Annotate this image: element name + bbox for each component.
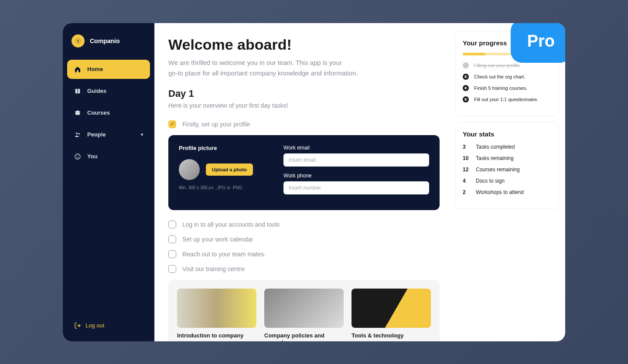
task-row: Visit our training centre (168, 265, 440, 273)
nav-label: Guides (87, 88, 106, 94)
app-window: Companio Home Guides Courses People ▾ (63, 23, 565, 341)
phone-label: Work phone (283, 173, 429, 179)
phone-field[interactable] (283, 181, 429, 194)
nav-label: People (87, 131, 106, 138)
task-label: Firstly, set up your profile (182, 121, 250, 128)
stat-row: 3 Tasks completed (463, 144, 552, 150)
nav-label: Courses (87, 109, 110, 116)
course-card[interactable]: Introduction to company (177, 289, 256, 341)
face-icon (74, 153, 81, 160)
stats-title: Your stats (463, 130, 552, 138)
task-row: Reach out to your team mates. (168, 250, 440, 258)
course-title: Tools & technology (352, 332, 431, 340)
stat-number: 12 (463, 167, 470, 173)
checkbox[interactable] (168, 221, 176, 228)
stat-label: Tasks completed (476, 144, 515, 150)
stat-label: Tasks remaining (476, 155, 514, 161)
stat-number: 10 (463, 155, 470, 161)
circle-icon: ◐ (463, 74, 469, 80)
progress-label: Filling out your profile (474, 63, 520, 68)
checkbox[interactable]: ✓ (168, 120, 176, 128)
upload-photo-button[interactable]: Upload a photo (206, 163, 253, 176)
stat-label: Workshops to attend (476, 189, 524, 195)
progress-fill (463, 53, 485, 55)
stat-row: 4 Docs to sign (463, 178, 552, 184)
course-image (264, 289, 344, 328)
checkbox[interactable] (168, 265, 176, 273)
circle-icon: ◐ (463, 85, 469, 91)
stat-label: Courses remaining (476, 167, 520, 173)
nav-you[interactable]: You (67, 147, 150, 166)
svg-point-3 (75, 154, 80, 159)
progress-label: Check out the org chart. (474, 74, 525, 79)
book-icon (74, 88, 81, 95)
stat-row: 12 Courses remaining (463, 167, 552, 173)
task-row: Log in to all your accounts and tools (168, 221, 440, 228)
logo-icon (72, 34, 85, 48)
nav-home[interactable]: Home (67, 60, 150, 79)
circle-icon: ◐ (463, 96, 469, 102)
nav-courses[interactable]: Courses (67, 103, 150, 122)
svg-point-5 (78, 155, 79, 156)
course-card[interactable]: Company policies and procedures (264, 289, 344, 341)
logout-icon (74, 322, 81, 329)
right-column: Your progress ✓ Filling out your profile… (454, 23, 565, 341)
svg-point-1 (76, 133, 78, 134)
email-field[interactable] (283, 153, 429, 167)
svg-point-2 (78, 133, 80, 134)
course-cards: Introduction to company Company policies… (168, 280, 440, 341)
section-title: Day 1 (168, 88, 440, 99)
email-label: Work email (283, 145, 429, 151)
logo: Companio (67, 31, 150, 60)
profile-picture-label: Profile picture (179, 145, 253, 151)
profile-picture-section: Profile picture Upload a photo Min. 300 … (179, 145, 253, 201)
nav-label: You (87, 153, 98, 160)
svg-point-4 (76, 155, 77, 156)
nav-guides[interactable]: Guides (67, 82, 150, 101)
course-image (177, 289, 256, 328)
nav-label: Home (87, 66, 103, 72)
logout-button[interactable]: Log out (67, 318, 150, 333)
course-title: Company policies and procedures (264, 332, 344, 341)
page-title: Welcome aboard! (168, 36, 440, 53)
nav-people[interactable]: People ▾ (67, 125, 150, 144)
svg-point-0 (77, 40, 79, 42)
task-label: Reach out to your team mates. (182, 251, 266, 258)
progress-item: ✓ Filling out your profile (463, 62, 552, 68)
task-label: Visit our training centre (182, 265, 245, 272)
sidebar: Companio Home Guides Courses People ▾ (63, 23, 154, 341)
stat-label: Docs to sign (476, 178, 505, 184)
people-icon (74, 131, 81, 138)
stat-number: 2 (463, 189, 470, 195)
nav: Home Guides Courses People ▾ You (67, 60, 150, 318)
course-image (352, 289, 431, 328)
graduation-icon (74, 109, 81, 116)
progress-item: ◐ Fill out your 1:1 questionnaire. (463, 96, 552, 102)
course-card[interactable]: Tools & technology (352, 289, 431, 341)
pro-badge: Pro (511, 23, 565, 63)
progress-label: Fill out your 1:1 questionnaire. (474, 97, 538, 102)
main-content: Welcome aboard! We are thrilled to welco… (154, 23, 454, 341)
progress-item: ◐ Check out the org chart. (463, 74, 552, 80)
checkbox[interactable] (168, 250, 176, 258)
stat-number: 4 (463, 178, 470, 184)
task-label: Log in to all your accounts and tools (182, 221, 280, 228)
progress-item: ◐ Finish 5 training courses. (463, 85, 552, 91)
logout-label: Log out (85, 322, 104, 329)
app-name: Companio (90, 37, 119, 44)
stat-row: 2 Workshops to attend (463, 189, 552, 195)
avatar (179, 159, 200, 180)
profile-fields: Work email Work phone (283, 145, 429, 201)
course-title: Introduction to company (177, 332, 256, 340)
checkbox[interactable] (168, 235, 176, 243)
task-label: Set up your work calendar (182, 236, 253, 243)
profile-card: Profile picture Upload a photo Min. 300 … (168, 135, 440, 210)
stat-number: 3 (463, 144, 470, 150)
task-row: ✓ Firstly, set up your profile (168, 120, 440, 128)
stats-panel: Your stats 3 Tasks completed 10 Tasks re… (455, 122, 559, 209)
section-subtitle: Here is your overview of your first day … (168, 102, 440, 109)
check-circle-icon: ✓ (463, 62, 469, 68)
upload-hint: Min. 300 x 300 px, .JPG or .PNG (179, 185, 253, 190)
chevron-down-icon: ▾ (141, 132, 143, 137)
page-subtitle: We are thrilled to welcome you in our te… (168, 58, 440, 78)
